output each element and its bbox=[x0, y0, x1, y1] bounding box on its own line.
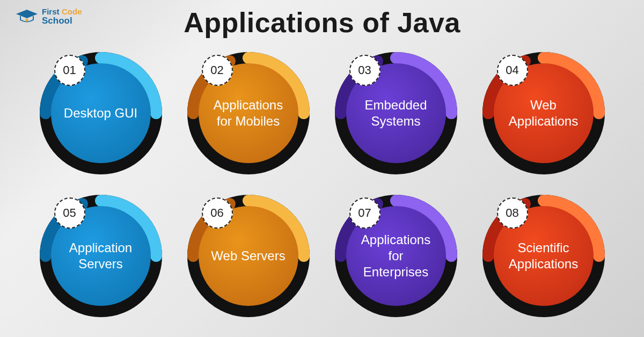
circle-label: Applications for Mobiles bbox=[208, 97, 289, 129]
brand-text-school: School bbox=[42, 16, 82, 25]
badge-number: 01 bbox=[63, 63, 76, 77]
circle-label: Desktop GUI bbox=[64, 105, 137, 121]
badge-number: 07 bbox=[358, 206, 371, 220]
svg-marker-0 bbox=[16, 10, 38, 18]
circle-item: Application Servers 05 bbox=[39, 194, 163, 318]
circle-item: Applications for Enterprises 07 bbox=[334, 194, 458, 318]
badge-number: 05 bbox=[63, 206, 76, 220]
brand-name: First Code School bbox=[42, 8, 82, 25]
number-badge: 03 bbox=[349, 55, 380, 86]
number-badge: 08 bbox=[497, 197, 528, 229]
circle-label: Scientific Applications bbox=[503, 240, 584, 272]
number-badge: 02 bbox=[202, 55, 233, 86]
circle-item: Web Applications 04 bbox=[482, 52, 605, 175]
number-badge: 05 bbox=[54, 197, 85, 229]
brand-text-code: Code bbox=[62, 7, 82, 16]
circle-item: Scientific Applications 08 bbox=[482, 194, 605, 318]
circle-label: Embedded Systems bbox=[356, 97, 436, 129]
circle-item: Applications for Mobiles 02 bbox=[187, 52, 310, 175]
brand-logo: First Code School bbox=[15, 8, 82, 25]
brand-text-first: First bbox=[42, 7, 60, 16]
circle-grid: Desktop GUI 01 Applications for Mobiles … bbox=[0, 52, 644, 318]
circle-label: Web Applications bbox=[503, 97, 584, 129]
number-badge: 07 bbox=[349, 197, 380, 229]
circle-label: Web Servers bbox=[211, 248, 285, 264]
number-badge: 01 bbox=[54, 55, 85, 86]
badge-number: 02 bbox=[210, 63, 223, 77]
badge-number: 04 bbox=[506, 63, 518, 77]
circle-label: Application Servers bbox=[61, 240, 141, 272]
badge-number: 06 bbox=[210, 206, 223, 220]
circle-label: Applications for Enterprises bbox=[356, 232, 436, 280]
circle-item: Desktop GUI 01 bbox=[39, 52, 163, 175]
graduation-cap-icon bbox=[15, 9, 39, 25]
number-badge: 04 bbox=[497, 55, 528, 86]
badge-number: 03 bbox=[358, 63, 371, 77]
circle-item: Embedded Systems 03 bbox=[334, 52, 458, 175]
badge-number: 08 bbox=[506, 206, 518, 220]
number-badge: 06 bbox=[202, 197, 233, 229]
page-title: Applications of Java bbox=[0, 0, 644, 39]
circle-item: Web Servers 06 bbox=[187, 194, 310, 318]
